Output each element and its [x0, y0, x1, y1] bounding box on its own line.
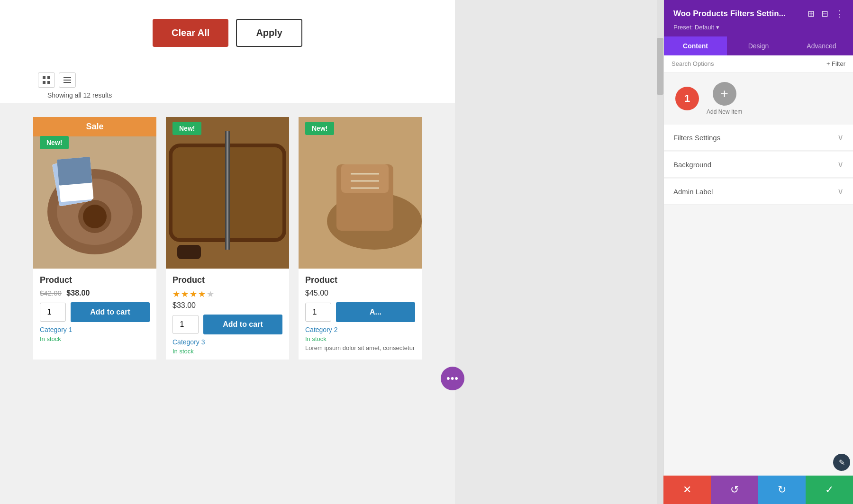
panel-title-row: Woo Products Filters Settin... ⊞ ⊟ ⋮ [673, 9, 844, 19]
product-info: Product ★★★★★ $33.00 Add to cart Categor… [166, 269, 289, 360]
pencil-icon: ✎ [839, 458, 845, 467]
accordion-background-header[interactable]: Background ∨ [664, 152, 853, 178]
svg-rect-2 [43, 81, 45, 84]
product-price: $33.00 [172, 301, 282, 310]
tab-advanced[interactable]: Advanced [790, 36, 853, 55]
sale-badge: Sale [33, 117, 156, 136]
product-price: $42.00 $38.00 [40, 289, 150, 297]
product-stock: In stock [305, 335, 415, 342]
accordion-admin-label: Admin Label ∨ [664, 179, 853, 205]
panel-columns-icon-button[interactable]: ⊟ [821, 9, 828, 19]
svg-rect-1 [47, 76, 50, 79]
product-card: Sale New! [33, 117, 156, 360]
svg-rect-4 [64, 77, 71, 78]
redo-icon: ↻ [778, 484, 786, 496]
save-icon: ✓ [825, 484, 834, 496]
accordion-background: Background ∨ [664, 152, 853, 178]
product-stock: In stock [172, 348, 282, 355]
product-rating: ★★★★★ [172, 289, 282, 299]
buttons-row: Clear All Apply [0, 0, 455, 66]
close-action-button[interactable]: ✕ [663, 476, 711, 504]
clear-all-button[interactable]: Clear All [153, 19, 228, 47]
new-badge: New! [172, 122, 201, 135]
svg-rect-3 [47, 81, 50, 84]
panel-grid-icon-button[interactable]: ⊞ [808, 9, 815, 19]
grid-view-button[interactable] [38, 72, 55, 88]
list-view-button[interactable] [59, 72, 76, 88]
product-title: Product [305, 275, 415, 285]
accordion-background-title: Background [673, 161, 711, 169]
product-info: Product $45.00 A... Category 2 In stock … [299, 269, 422, 356]
plus-icon: + [721, 87, 728, 100]
items-row: 1 + Add New Item [664, 72, 853, 125]
svg-rect-5 [64, 80, 71, 81]
quantity-input[interactable] [40, 303, 66, 322]
quantity-input[interactable] [305, 303, 331, 322]
price: $45.00 [305, 289, 328, 297]
product-category[interactable]: Category 2 [305, 326, 415, 333]
undo-icon: ↺ [730, 484, 739, 496]
quantity-input[interactable] [172, 315, 199, 334]
floating-menu-button[interactable]: ••• [441, 367, 464, 390]
view-controls-row [0, 66, 455, 88]
svg-point-11 [83, 205, 107, 228]
panel-title: Woo Products Filters Settin... [673, 9, 786, 18]
products-grid: Sale New! [0, 103, 455, 374]
product-card: New! Product [166, 117, 289, 360]
panel-header: Woo Products Filters Settin... ⊞ ⊟ ⋮ Pre… [664, 0, 853, 36]
tab-design[interactable]: Design [727, 36, 790, 55]
woo-pencil-button[interactable]: ✎ [833, 454, 850, 471]
new-badge: New! [305, 122, 334, 135]
add-to-cart-button[interactable]: A... [336, 302, 415, 322]
product-price: $45.00 [305, 289, 415, 297]
item-number: 1 [684, 92, 690, 105]
chevron-down-icon: ∨ [837, 186, 844, 197]
results-count-text: Showing all 12 results [47, 91, 112, 99]
panel-preset-label: Preset: Default [673, 24, 714, 31]
tab-content[interactable]: Content [664, 36, 727, 55]
product-actions: A... [305, 302, 415, 322]
panel-tabs: Content Design Advanced [664, 36, 853, 55]
product-excerpt: Lorem ipsum dolor sit amet, consectetur [305, 344, 415, 351]
product-image [166, 117, 289, 269]
results-count: Showing all 12 results [0, 88, 455, 103]
product-image [299, 117, 422, 269]
accordion-admin-label-header[interactable]: Admin Label ∨ [664, 179, 853, 205]
accordion-filters-settings-header[interactable]: Filters Settings ∨ [664, 125, 853, 151]
search-options-bar: Search Options + Filter [664, 55, 853, 72]
scrollbar[interactable] [657, 0, 663, 504]
redo-action-button[interactable]: ↻ [758, 476, 806, 504]
apply-button[interactable]: Apply [236, 19, 302, 47]
bottom-action-bar: ✕ ↺ ↻ ✓ [663, 476, 853, 504]
panel-preset[interactable]: Preset: Default ▾ [673, 24, 844, 31]
product-info: Product $42.00 $38.00 Add to cart Catego… [33, 269, 156, 347]
undo-action-button[interactable]: ↺ [711, 476, 758, 504]
product-image-wrap: Sale New! [33, 117, 156, 269]
item-1-circle[interactable]: 1 [675, 87, 699, 110]
new-badge: New! [40, 136, 69, 149]
product-actions: Add to cart [172, 315, 282, 334]
main-content: Clear All Apply Showing all 12 results [0, 0, 455, 504]
panel-menu-icon-button[interactable]: ⋮ [835, 9, 844, 19]
product-image-wrap: New! [166, 117, 289, 269]
add-new-item-button[interactable]: + Add New Item [707, 82, 742, 115]
search-options-text: Search Options [672, 60, 714, 67]
add-to-cart-button[interactable]: Add to cart [203, 315, 282, 334]
product-image-wrap: New! [299, 117, 422, 269]
product-category[interactable]: Category 1 [40, 326, 150, 333]
scrollbar-thumb[interactable] [657, 38, 663, 95]
svg-rect-6 [64, 82, 71, 83]
save-action-button[interactable]: ✓ [806, 476, 853, 504]
product-stock: In stock [40, 335, 150, 342]
product-title: Product [172, 275, 282, 285]
add-to-cart-button[interactable]: Add to cart [71, 302, 150, 322]
dots-icon: ••• [446, 372, 459, 385]
accordion-filters-settings: Filters Settings ∨ [664, 125, 853, 151]
price-new: $38.00 [66, 289, 90, 297]
product-category[interactable]: Category 3 [172, 338, 282, 346]
accordion-admin-label-title: Admin Label [673, 188, 713, 196]
filter-button[interactable]: + Filter [826, 60, 845, 67]
svg-rect-0 [43, 76, 45, 79]
product-title: Product [40, 275, 150, 285]
product-actions: Add to cart [40, 302, 150, 322]
